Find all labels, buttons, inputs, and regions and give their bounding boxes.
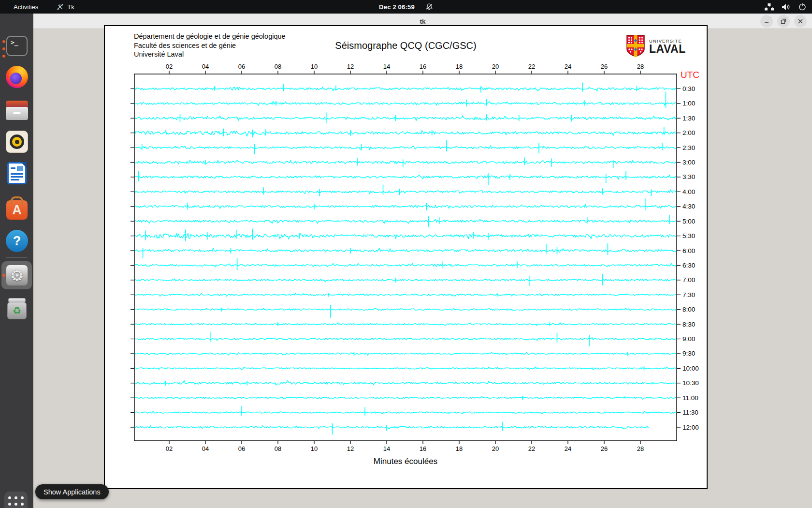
utc-time-label: 11:00 [682, 394, 698, 402]
utc-time-label: 7:30 [682, 291, 695, 299]
x-tick-label-bottom: 14 [383, 445, 390, 452]
utc-time-label: 8:00 [682, 306, 695, 313]
help-icon: ? [6, 230, 28, 252]
power-icon [798, 3, 806, 11]
seismogram-trace [135, 248, 676, 253]
dock-divider [6, 257, 28, 258]
utc-time-label: 2:00 [682, 129, 695, 136]
minimize-icon [764, 18, 769, 24]
x-axis-title: Minutes écoulées [374, 457, 437, 466]
x-tick-label-bottom: 06 [238, 445, 245, 452]
x-tick-label-bottom: 22 [528, 445, 535, 452]
seismogram-trace [135, 233, 676, 239]
x-tick-label-top: 04 [202, 63, 209, 70]
x-tick-label-top: 16 [420, 63, 426, 70]
x-tick-label-top: 10 [311, 63, 318, 70]
maximize-icon [781, 18, 786, 24]
seismogram-trace [135, 160, 676, 164]
tk-app-icon [57, 3, 64, 11]
focused-app-indicator[interactable]: Tk [57, 3, 74, 11]
close-icon [798, 18, 803, 24]
seismogram-trace [135, 146, 676, 150]
utc-time-label: 9:30 [682, 350, 695, 357]
utc-time-label: 3:30 [682, 173, 695, 180]
seismogram-trace [135, 101, 676, 105]
system-status-area[interactable] [765, 0, 806, 14]
app-indicator-label: Tk [67, 3, 74, 11]
tk-window: tk Département d [33, 14, 812, 508]
dock-item-ubuntu-software[interactable]: A [5, 198, 29, 222]
x-tick-label-bottom: 24 [565, 445, 571, 452]
seismogram-trace [135, 323, 676, 326]
gear-icon: ⚙ [6, 265, 28, 286]
x-tick-label-top: 02 [166, 63, 173, 70]
x-tick-label-bottom: 12 [347, 445, 354, 452]
x-tick-label-top: 18 [456, 63, 463, 70]
x-tick-label-top: 28 [637, 63, 644, 70]
utc-time-label: 10:00 [682, 365, 699, 372]
desktop: Activities Tk Dec 2 06:59 [0, 0, 812, 508]
utc-time-label: 10:30 [682, 379, 699, 387]
x-tick-label-top: 22 [528, 63, 535, 70]
rhythmbox-icon [6, 131, 28, 153]
utc-time-label: 5:00 [682, 218, 695, 225]
clock-menu[interactable]: Dec 2 06:59 [379, 0, 433, 14]
network-icon [765, 3, 774, 11]
seismogram-trace [135, 279, 676, 282]
dock-item-rhythmbox[interactable] [5, 130, 29, 153]
x-tick-label-top: 26 [601, 63, 608, 70]
utc-time-label: 4:00 [682, 188, 695, 195]
x-tick-label-bottom: 10 [311, 445, 318, 452]
plot-frame [134, 74, 677, 441]
minimize-button[interactable] [760, 15, 773, 28]
seismogram-trace [135, 308, 676, 311]
utc-time-label: 9:00 [682, 335, 695, 343]
utc-time-label: 7:00 [682, 276, 695, 284]
utc-time-label: 5:30 [682, 232, 695, 239]
x-tick-label-top: 06 [238, 63, 245, 70]
dock-item-files[interactable] [5, 99, 29, 122]
seismogram-trace [135, 219, 676, 224]
x-tick-label-top: 14 [383, 63, 390, 70]
close-button[interactable] [794, 15, 807, 28]
utc-time-label: 12:00 [682, 424, 699, 431]
dock-item-terminal[interactable]: >_ [5, 34, 29, 58]
x-tick-label-bottom: 08 [275, 445, 281, 452]
files-icon [6, 101, 28, 120]
seismogram-trace [135, 175, 676, 180]
seismogram-trace [135, 131, 676, 136]
ubuntu-software-icon: A [6, 200, 28, 220]
utc-time-label: 6:30 [682, 262, 695, 269]
seismogram-trace [135, 116, 676, 121]
utc-time-label: 3:00 [682, 159, 695, 166]
show-applications-icon [4, 492, 28, 508]
dock: >_ A ? [0, 14, 33, 508]
utc-time-label: 11:30 [682, 409, 698, 416]
x-tick-label-bottom: 02 [166, 445, 173, 452]
seismogram-trace [135, 338, 676, 341]
seismogram-trace [135, 367, 676, 370]
seismograph-plot: 0202040406060808101012121414161618182020… [105, 26, 707, 488]
x-tick-label-bottom: 26 [601, 445, 608, 452]
x-tick-label-top: 20 [492, 63, 499, 70]
x-tick-label-bottom: 20 [492, 445, 499, 452]
notifications-muted-icon [425, 3, 433, 11]
activities-button[interactable]: Activities [12, 0, 40, 14]
dock-item-settings[interactable]: ⚙ [5, 264, 29, 287]
seismogram-trace [135, 411, 676, 414]
seismogram-trace [135, 426, 649, 429]
dock-item-trash[interactable]: ♻ [5, 297, 29, 320]
dock-item-help[interactable]: ? [5, 229, 29, 253]
show-applications-button[interactable] [4, 493, 28, 508]
maximize-button[interactable] [777, 15, 790, 28]
seismograph-canvas: Département de géologie et de génie géol… [104, 25, 708, 489]
trash-icon: ♻ [6, 298, 28, 319]
dock-item-libreoffice-writer[interactable] [5, 162, 29, 185]
utc-time-label: 1:30 [682, 115, 695, 122]
x-tick-label-bottom: 18 [456, 445, 463, 452]
utc-time-label: 6:00 [682, 247, 695, 254]
dock-item-firefox[interactable] [5, 65, 29, 89]
seismogram-trace [135, 352, 676, 355]
seismogram-trace [135, 204, 676, 209]
utc-time-label: 4:30 [682, 203, 695, 210]
